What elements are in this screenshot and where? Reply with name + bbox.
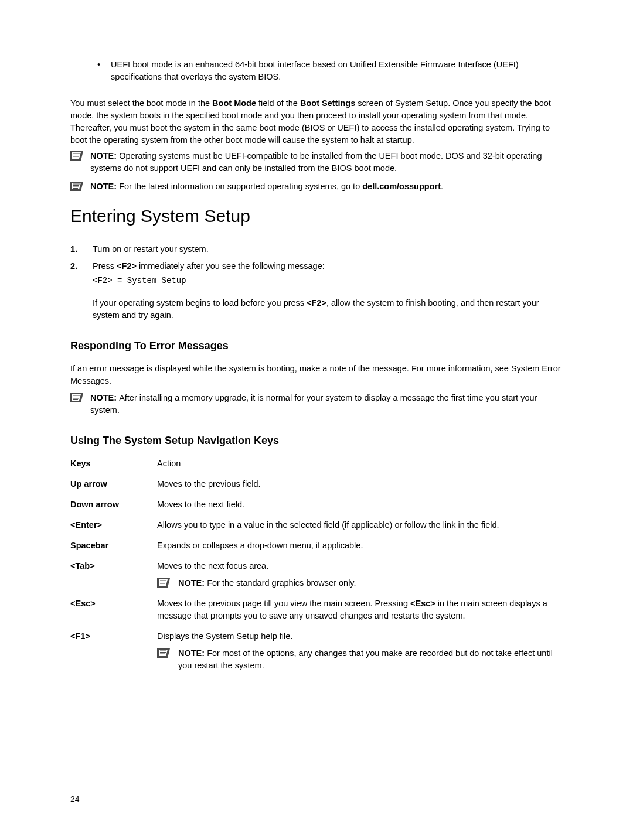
- step-1: 1. Turn on or restart your system.: [70, 243, 563, 255]
- step-number: 2.: [70, 260, 93, 292]
- navigation-keys-table: Keys Action Up arrow Moves to the previo…: [70, 457, 563, 672]
- table-row: Spacebar Expands or collapses a drop-dow…: [70, 539, 563, 552]
- step-body: Press <F2> immediately after you see the…: [93, 260, 563, 292]
- key-name: Spacebar: [70, 539, 157, 552]
- table-row-f1: <F1> Displays the System Setup help file…: [70, 630, 563, 672]
- key-name: <Enter>: [70, 519, 157, 531]
- bullet-marker: •: [97, 59, 100, 83]
- step-2-subtext: If your operating system begins to load …: [93, 297, 563, 322]
- note-body: NOTE: After installing a memory upgrade,…: [90, 392, 563, 416]
- key-name: <Tab>: [70, 560, 157, 589]
- table-row: Down arrow Moves to the next field.: [70, 498, 563, 511]
- page-number: 24: [70, 793, 80, 805]
- heading-entering-system-setup: Entering System Setup: [70, 203, 563, 229]
- note-memory-upgrade: NOTE: After installing a memory upgrade,…: [70, 392, 563, 416]
- table-header-action: Action: [157, 457, 563, 470]
- key-action: Moves to the previous field.: [157, 478, 563, 490]
- note-ossupport: NOTE: For the latest information on supp…: [70, 180, 563, 193]
- step-body: Turn on or restart your system.: [93, 243, 563, 255]
- bullet-item: • UEFI boot mode is an enhanced 64-bit b…: [97, 59, 563, 83]
- table-header: Keys Action: [70, 457, 563, 470]
- key-action: Allows you to type in a value in the sel…: [157, 519, 563, 531]
- step-number: 1.: [70, 243, 93, 255]
- heading-navigation-keys: Using The System Setup Navigation Keys: [70, 433, 563, 448]
- key-action: Displays the System Setup help file. NOT…: [157, 630, 563, 672]
- paragraph-boot-mode: You must select the boot mode in the Boo…: [70, 97, 563, 146]
- note-tab: NOTE: For the standard graphics browser …: [157, 577, 563, 589]
- step-2: 2. Press <F2> immediately after you see …: [70, 260, 563, 292]
- key-name: <Esc>: [70, 597, 157, 622]
- note-icon: [157, 578, 170, 588]
- table-row-esc: <Esc> Moves to the previous page till yo…: [70, 597, 563, 622]
- key-name: <F1>: [70, 630, 157, 672]
- note-icon: [157, 648, 170, 658]
- paragraph-error-messages: If an error message is displayed while t…: [70, 363, 563, 387]
- note-body: NOTE: Operating systems must be UEFI-com…: [90, 150, 563, 175]
- code-sample: <F2> = System Setup: [93, 275, 563, 286]
- key-action: Expands or collapses a drop-down menu, i…: [157, 539, 563, 552]
- note-icon: [70, 393, 83, 402]
- note-f1: NOTE: For most of the options, any chang…: [157, 647, 563, 672]
- table-row: <Enter> Allows you to type in a value in…: [70, 519, 563, 531]
- heading-responding-error: Responding To Error Messages: [70, 338, 563, 353]
- table-header-keys: Keys: [70, 457, 157, 470]
- key-action: Moves to the previous page till you view…: [157, 597, 563, 622]
- table-row-tab: <Tab> Moves to the next focus area. NOTE…: [70, 560, 563, 589]
- key-action: Moves to the next focus area. NOTE: For …: [157, 560, 563, 589]
- bullet-text: UEFI boot mode is an enhanced 64-bit boo…: [111, 59, 563, 83]
- key-name: Down arrow: [70, 498, 157, 511]
- note-uefi-compatible: NOTE: Operating systems must be UEFI-com…: [70, 150, 563, 175]
- key-name: Up arrow: [70, 478, 157, 490]
- note-icon: [70, 151, 83, 161]
- key-action: Moves to the next field.: [157, 498, 563, 511]
- note-body: NOTE: For the latest information on supp…: [90, 180, 443, 193]
- note-icon: [70, 182, 83, 191]
- table-row: Up arrow Moves to the previous field.: [70, 478, 563, 490]
